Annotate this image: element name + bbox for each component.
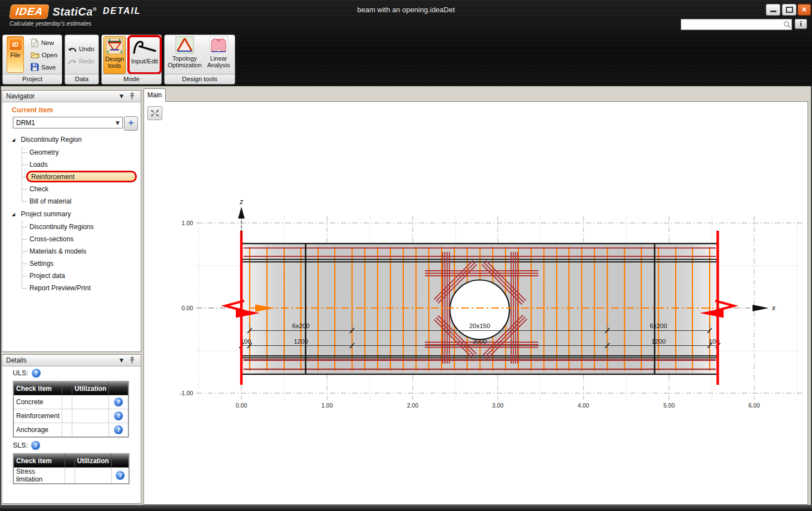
x-tick: 5.00 [664,402,675,409]
dim-top-middle: 20x150 [469,323,491,329]
nav-item-discontinuity-regions[interactable]: Discontinuity Regions [22,221,138,233]
table-row: Anchorage? [13,423,128,438]
design-tools-label-1: Design [104,56,125,62]
file-button[interactable]: ID File [7,36,24,73]
concrete-help-icon[interactable]: ? [114,398,123,406]
zoom-extents-button[interactable] [147,106,162,120]
expander-icon[interactable]: ◢ [12,212,15,217]
x-tick: 2.00 [407,402,419,409]
nav-item-cross-sections[interactable]: Cross-sections [22,233,138,245]
titlebar: IDEA StatiCa® DETAIL Calculate yesterday… [0,0,812,86]
undo-button[interactable]: Undo [68,44,98,54]
group-label-design-tools: Design tools [165,74,235,84]
uls-help-icon[interactable]: ? [32,369,41,378]
current-item-dropdown[interactable]: DRM1 ▼ [13,117,123,128]
col-check-item: Check item [13,454,65,468]
info-button[interactable]: i [795,19,807,29]
nav-item-settings[interactable]: Settings [22,257,138,270]
new-button[interactable]: New [31,37,62,48]
details-pin-icon[interactable] [129,356,135,364]
undo-icon [68,46,77,53]
search-input[interactable] [681,21,783,28]
app-window: IDEA StatiCa® DETAIL Calculate yesterday… [0,0,812,511]
search-box [681,19,792,30]
strut-and-tie-icon [106,38,123,54]
app-logo: IDEA StatiCa® [10,4,97,19]
topology-triangle-icon [175,36,194,54]
redo-icon [68,58,77,65]
stress-limitation-help-icon[interactable]: ? [116,471,125,480]
close-button[interactable]: × [798,4,811,16]
navigator-title: Navigator [6,92,34,100]
linear-analysis-button[interactable]: Linear Analysis [204,36,234,74]
tree-section-discontinuity-region[interactable]: ◢ Discontinuity Region [12,133,138,146]
registered-mark: ® [93,7,97,12]
tree-section-project-summary[interactable]: ◢ Project summary [12,207,138,221]
topology-label-2: Optimization [167,62,202,68]
group-label-project: Project [3,74,62,84]
tab-main[interactable]: Main [143,88,166,102]
sls-help-icon[interactable]: ? [31,441,40,450]
beam-drawing: 6x200 20x150 6x200 100 1200 3000 1200 10… [144,102,808,504]
sls-check-table: Check itemUtilization Stress limitation? [13,453,130,484]
navigator-panel: Navigator ▼ Current item DRM1 ▼ + ◢ Disc… [2,90,141,352]
maximize-button[interactable] [782,4,796,16]
nav-item-reinforcement[interactable]: Reinforcement [22,171,138,183]
add-item-button[interactable]: + [124,116,138,131]
topology-label-1: Topology [167,55,202,62]
nav-item-report-preview-print[interactable]: Report Preview/Print [22,282,138,294]
topology-optimization-button[interactable]: Topology Optimization [167,36,202,74]
nav-item-check[interactable]: Check [22,183,138,195]
table-row: Reinforcement? [13,409,128,423]
nav-item-bill-of-material[interactable]: Bill of material [22,195,138,207]
ribbon-group-design-tools: Topology Optimization Linear Analysis De… [164,34,235,85]
design-tools-label-2: tools [104,62,125,69]
input-edit-mode-button[interactable]: Input/Edit [127,35,162,75]
col-utilization: Utilization [72,381,109,395]
current-item-label: Current item [12,106,53,114]
save-floppy-icon [31,63,39,71]
nav-item-geometry[interactable]: Geometry [22,146,138,158]
nav-item-materials-models[interactable]: Materials & models [22,245,138,257]
linear-label-1: Linear [204,55,234,62]
navigator-collapse-arrow[interactable]: ▼ [120,91,123,102]
save-button[interactable]: Save [31,62,62,72]
z-axis-arrow [238,207,245,219]
x-tick: 4.00 [578,402,590,409]
group-label-data: Data [65,74,98,84]
col-check-item: Check item [13,381,62,395]
uls-label: ULS: [13,369,28,377]
redo-button[interactable]: Redo [68,56,98,66]
linear-label-2: Analysis [204,62,234,68]
ribbon-group-project: ID File New Open Save Project [2,34,62,85]
navigator-pin-icon[interactable] [129,92,135,100]
details-panel: Details ▼ ULS: ? Check itemUtilization C… [2,354,141,504]
design-tools-mode-button[interactable]: Design tools [103,36,126,74]
x-tick: 1.00 [321,402,333,409]
linear-analysis-icon [209,36,228,54]
dim-top-right: 6x200 [650,323,667,329]
y-tick: 1.00 [182,220,194,226]
table-row: Concrete? [13,395,128,409]
nav-item-loads[interactable]: Loads [22,158,138,171]
x-tick: 3.00 [492,402,504,409]
minimize-button[interactable] [766,4,780,16]
expander-icon[interactable]: ◢ [12,137,15,142]
ribbon-group-mode: Design tools Input/Edit Mode [101,34,162,85]
status-bar [0,505,812,511]
reinforcement-help-icon[interactable]: ? [114,411,123,420]
details-collapse-arrow[interactable]: ▼ [120,355,123,366]
nav-item-project-data[interactable]: Project data [22,270,138,282]
anchorage-help-icon[interactable]: ? [114,425,123,434]
col-utilization: Utilization [75,454,111,468]
idea-file-icon: ID [9,38,22,51]
drawing-canvas[interactable]: 6x200 20x150 6x200 100 1200 3000 1200 10… [143,101,808,505]
y-tick: 0.00 [182,305,194,311]
product-name: DETAIL [103,6,141,16]
open-button[interactable]: Open [31,49,62,60]
tagline: Calculate yesterday's estimates [9,20,91,27]
table-row: Stress limitation? [13,468,129,484]
details-title: Details [6,356,27,364]
open-folder-icon [31,51,39,59]
redo-label: Redo [79,58,95,65]
